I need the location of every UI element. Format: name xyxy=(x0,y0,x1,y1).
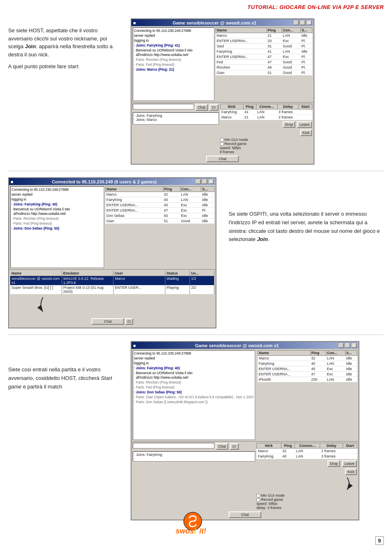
s3-kick-btn[interactable]: Kick xyxy=(345,469,357,475)
win-close-btn-1[interactable]: ✕ xyxy=(306,20,312,25)
win-icon-2: ■ xyxy=(11,179,13,184)
drop-leave-row: Drop Leave xyxy=(220,121,312,128)
conn-col: Conne... xyxy=(256,104,277,109)
player-row: ENTER USERNA...47ExcPl. xyxy=(216,54,312,60)
connected-log: Connecting to 95.110.230.249:27888 serve… xyxy=(10,186,104,268)
mini-table-3: Nick Ping Connec... Delay Start Marco32L… xyxy=(256,443,357,459)
chat-btn-2[interactable]: Chat xyxy=(91,318,124,325)
section3: Siete cosi entrati nella partita e il vo… xyxy=(0,337,392,524)
game-emulator-2: Project 64k 0.13 (01 Aug 2003) xyxy=(62,285,114,294)
game-row-2[interactable]: Super Smash Bros. [U] [ ] Project 64k 0.… xyxy=(10,285,214,294)
log-line: · Benvenuti su UORebornl Visita il sito xyxy=(11,207,103,212)
s3-cr-btn[interactable]: Cr xyxy=(230,443,239,450)
record-game-row: Record game xyxy=(220,142,312,146)
leave-btn-1[interactable]: Leave xyxy=(297,121,312,128)
win-titlebar-2: ■ Connected to 95.110.230.249 (6 users &… xyxy=(9,178,216,185)
win-max-3[interactable]: □ xyxy=(345,343,350,348)
mini-table-1: Nick Ping Conne... Delay Start FairyKing… xyxy=(220,104,312,120)
s3-chat-btn[interactable]: Chat xyxy=(216,443,228,450)
log-line: Connecting to 95.110.230.249:27888 xyxy=(134,29,213,33)
s3-body: Connecting to 95.110.230.249:27888 serve… xyxy=(131,349,359,441)
log-line: logging in xyxy=(11,197,103,202)
game-user-1: Marco xyxy=(114,276,165,285)
s3-record-checkbox[interactable] xyxy=(256,498,260,502)
s3-min-gui-checkbox[interactable] xyxy=(256,494,260,498)
col-s-3: S... xyxy=(345,350,357,356)
divider-1 xyxy=(8,171,384,171)
win-min-2[interactable]: _ xyxy=(195,179,201,184)
s3-chat-input-row: Chat Cr xyxy=(133,443,255,450)
s3-min-gui-label: Min GUI mode xyxy=(261,493,285,498)
game-row-1[interactable]: sensiblesoccer @ swosit.com v1 WinUAE 0.… xyxy=(10,276,214,285)
s3-chat-log-line: · Joins: FairyKing xyxy=(134,453,254,457)
chat-cr-btn-1[interactable]: Cr xyxy=(209,104,218,111)
player-table-3: Name Ping Con... S... Marco32LANIdle Fai… xyxy=(258,350,357,382)
cr-btn-2[interactable]: Cr xyxy=(125,318,133,325)
game-emulator-1: WinUAE 0.8.22: Release 1.2P3.8 xyxy=(62,276,114,285)
player-row: iPlus08230LANIdle xyxy=(258,377,357,382)
game-col-user: User xyxy=(114,271,165,276)
player-row: Gian51GoodPl. xyxy=(216,70,312,76)
record-game-checkbox[interactable] xyxy=(220,142,224,146)
ping-col-3: Ping xyxy=(281,443,294,449)
logo-text: swos xyxy=(176,527,194,535)
chat-input-1[interactable] xyxy=(133,104,194,109)
game-players-1: Name Ping Con... S... Marco21LANIdle ENT… xyxy=(214,27,312,101)
min-gui-checkbox[interactable] xyxy=(220,138,224,142)
game-name-1: sensiblesoccer @ swosit.com v1 xyxy=(10,276,62,285)
s3-arrow xyxy=(256,475,357,493)
win-btns-2: _ □ ✕ xyxy=(195,179,214,184)
col-ping-3: Ping xyxy=(310,350,326,356)
kick-btn-1[interactable]: Kick xyxy=(300,129,312,136)
section1-para2: A quel punto potrete fare start. xyxy=(8,62,122,71)
drop-btn-1[interactable]: Drop xyxy=(283,121,296,128)
section3-text: Siete cosi entrati nella partita e il vo… xyxy=(8,341,122,520)
game-list-section: Name Emulator User Status Us... sensible… xyxy=(9,269,216,328)
s3-chat-input[interactable] xyxy=(133,443,214,449)
log-line: · Joins: FairyKing (Ping: 41) xyxy=(134,43,213,48)
game-col-status: Status xyxy=(165,271,190,276)
player-row: Don Sebas50ExcIdle xyxy=(106,213,214,219)
win-buttons-1: _ □ ✕ xyxy=(293,20,312,25)
s3-drop-btn[interactable]: Drop xyxy=(327,460,341,467)
player-row: ENTER USERNA...45ExcIdle xyxy=(258,366,357,372)
log-line: · Parts: Rinchen (Ping timeout) xyxy=(134,380,254,385)
win-min-3[interactable]: _ xyxy=(338,343,344,348)
game-log-1: Connecting to 95.110.230.249:27888 serve… xyxy=(133,27,214,101)
col-ping-2: Ping xyxy=(163,187,180,192)
win-icon-3: ■ xyxy=(133,343,136,348)
log-line: all'indirizzo http://www.uoitalia.net/ xyxy=(11,212,103,216)
game-status-1: Waiting xyxy=(165,276,190,285)
s3-chat-log: · Joins: FairyKing xyxy=(133,451,255,462)
nick-col-3: Nick xyxy=(257,443,281,449)
log-line: Connecting to 95.110.230.249:27888 xyxy=(134,351,254,356)
mini-player-row: Marco21LAN2 frames xyxy=(220,115,312,120)
chat-btn-bottom-1[interactable]: Chat xyxy=(206,156,239,162)
s3-chat-btn-bottom[interactable]: Chat xyxy=(229,511,261,518)
log-line: · Joins: Don Sebas (Ping: 50) xyxy=(134,390,254,395)
win-close-3[interactable]: ✕ xyxy=(351,343,357,348)
col-conn: Con... xyxy=(282,28,301,33)
game-user-2: ENTER USER... xyxy=(114,285,165,294)
chat-log-line: · Joins: Marco xyxy=(134,118,218,122)
frames-label: 8 frames xyxy=(220,150,312,154)
start-col: Start xyxy=(299,104,312,109)
player-row: Gian51GoodIdle xyxy=(106,219,214,224)
win-title-1-icon: ■ xyxy=(133,20,136,25)
speed-label: speed: 58fps xyxy=(220,146,312,150)
player-row: FairyKing40LANIdle xyxy=(258,361,357,366)
win-close-2[interactable]: ✕ xyxy=(208,179,214,184)
win-minimize-btn-1[interactable]: _ xyxy=(293,20,299,25)
win-max-2[interactable]: □ xyxy=(202,179,207,184)
col-conn-2: Con... xyxy=(180,187,201,192)
win-maximize-btn-1[interactable]: □ xyxy=(300,20,305,25)
game-col-slots: Us... xyxy=(190,271,214,276)
delay-col-3: Delay xyxy=(320,443,343,449)
s3-mini-panel: Nick Ping Connec... Delay Start Marco32L… xyxy=(256,443,357,510)
chat-send-btn-1[interactable]: Chat xyxy=(195,104,208,111)
win-titlebar-3: ■ Game sensiblesoccer @ swosit.com v1 _ … xyxy=(131,342,359,349)
s3-leave-btn[interactable]: Leave xyxy=(342,460,357,467)
game-window-3: ■ Game sensiblesoccer @ swosit.com v1 _ … xyxy=(131,341,359,520)
player-row: Rinchen49GoodPl. xyxy=(216,65,312,70)
logo-text-it: it! xyxy=(199,527,206,535)
